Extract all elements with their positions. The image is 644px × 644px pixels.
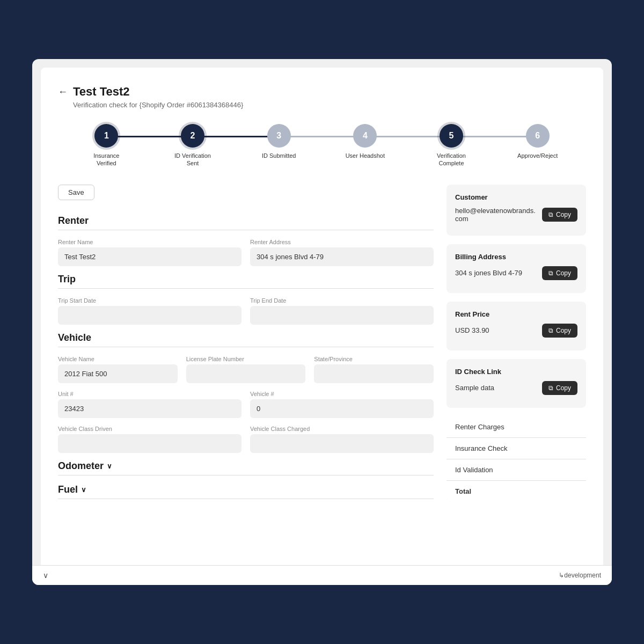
rent-price-title: Rent Price <box>455 310 577 318</box>
dev-badge: ↳development <box>559 572 601 579</box>
step-connector-2 <box>193 136 279 137</box>
odometer-section-heading[interactable]: Odometer ∨ <box>58 460 434 475</box>
fuel-section-heading[interactable]: Fuel ∨ <box>58 484 434 499</box>
odometer-chevron-icon: ∨ <box>107 462 112 470</box>
fuel-chevron-icon: ∨ <box>81 486 86 494</box>
step-label-6: Approve/Reject <box>517 152 558 159</box>
vehicle-num-group: Vehicle # <box>250 391 434 418</box>
trip-start-label: Trip Start Date <box>58 297 241 304</box>
trip-start-group: Trip Start Date <box>58 297 241 325</box>
vehicle-class-driven-input[interactable] <box>58 434 241 453</box>
trip-section-heading: Trip <box>58 274 434 289</box>
step-3: 3 ID Submitted <box>236 124 322 159</box>
trip-end-input[interactable] <box>250 306 434 325</box>
renter-address-input[interactable] <box>250 247 434 266</box>
content-area: ← Test Test2 Verification check for {Sho… <box>41 68 603 572</box>
copy-icon-rent: ⧉ <box>548 327 553 334</box>
trip-start-input[interactable] <box>58 306 241 325</box>
step-2: 2 ID Verification Sent <box>150 124 236 167</box>
id-check-card: ID Check Link Sample data ⧉ Copy <box>447 359 586 408</box>
step-circle-1: 1 <box>94 124 118 148</box>
save-button[interactable]: Save <box>58 185 94 200</box>
step-circle-6: 6 <box>526 124 550 148</box>
vehicle-plate-group: License Plate Number <box>186 356 306 383</box>
step-connector-3 <box>279 136 365 137</box>
page-subtitle: Verification check for {Shopify Order #6… <box>73 101 586 109</box>
renter-field-row: Renter Name Renter Address <box>58 239 434 266</box>
renter-name-group: Renter Name <box>58 239 241 266</box>
renter-address-label: Renter Address <box>250 239 434 245</box>
vehicle-class-charged-group: Vehicle Class Charged <box>250 426 434 453</box>
step-label-5: Verification Complete <box>430 152 473 167</box>
sidebar: Customer hello@elevatenowbrands.com ⧉ Co… <box>447 185 586 555</box>
customer-card-title: Customer <box>455 193 577 201</box>
rent-price-row: USD 33.90 ⧉ Copy <box>455 324 577 338</box>
back-button[interactable]: ← <box>58 86 68 98</box>
rent-price-copy-button[interactable]: ⧉ Copy <box>542 324 577 338</box>
id-check-row: Sample data ⧉ Copy <box>455 381 577 395</box>
page-header: ← Test Test2 <box>58 85 586 99</box>
bottom-bar: ∨ ↳development <box>32 565 612 585</box>
id-check-value: Sample data <box>455 384 538 392</box>
step-6: 6 Approve/Reject <box>494 124 581 159</box>
vehicle-plate-input[interactable] <box>186 364 306 383</box>
progress-steps: 1 Insurance Verified 2 ID Verification S… <box>58 124 586 167</box>
customer-card: Customer hello@elevatenowbrands.com ⧉ Co… <box>447 185 586 236</box>
step-connector-4 <box>365 136 451 137</box>
step-1: 1 Insurance Verified <box>63 124 150 167</box>
charges-insurance[interactable]: Insurance Check <box>447 438 586 459</box>
form-section: Save Renter Renter Name Renter Address T… <box>58 185 434 555</box>
rent-price-value: USD 33.90 <box>455 326 538 334</box>
vehicle-state-input[interactable] <box>314 364 434 383</box>
vehicle-section-heading: Vehicle <box>58 332 434 347</box>
vehicle-state-group: State/Province <box>314 356 434 383</box>
rent-price-card: Rent Price USD 33.90 ⧉ Copy <box>447 302 586 350</box>
renter-name-input[interactable] <box>58 247 241 266</box>
id-check-title: ID Check Link <box>455 368 577 376</box>
copy-icon-billing: ⧉ <box>548 269 553 277</box>
main-layout: Save Renter Renter Name Renter Address T… <box>58 185 586 555</box>
trip-end-label: Trip End Date <box>250 297 434 304</box>
copy-icon-id: ⧉ <box>548 384 553 392</box>
vehicle-class-charged-input[interactable] <box>250 434 434 453</box>
vehicle-row-1: Vehicle Name License Plate Number State/… <box>58 356 434 383</box>
vehicle-name-label: Vehicle Name <box>58 356 178 362</box>
vehicle-unit-input[interactable] <box>58 399 241 418</box>
bottom-chevron-icon[interactable]: ∨ <box>43 571 48 580</box>
vehicle-class-charged-label: Vehicle Class Charged <box>250 426 434 432</box>
vehicle-num-input[interactable] <box>250 399 434 418</box>
vehicle-class-driven-group: Vehicle Class Driven <box>58 426 241 453</box>
id-check-copy-button[interactable]: ⧉ Copy <box>542 381 577 395</box>
main-window: ← Test Test2 Verification check for {Sho… <box>32 59 612 585</box>
billing-card: Billing Address 304 s jones Blvd 4-79 ⧉ … <box>447 244 586 293</box>
vehicle-num-label: Vehicle # <box>250 391 434 397</box>
charges-card: Renter Charges Insurance Check Id Valida… <box>447 416 586 502</box>
page-title: Test Test2 <box>73 85 130 99</box>
step-4: 4 User Headshot <box>322 124 408 159</box>
trip-field-row: Trip Start Date Trip End Date <box>58 297 434 325</box>
copy-icon: ⧉ <box>548 211 553 218</box>
customer-email: hello@elevatenowbrands.com <box>455 207 538 223</box>
step-connector-1 <box>106 136 193 137</box>
step-circle-5: 5 <box>440 124 463 148</box>
vehicle-class-driven-label: Vehicle Class Driven <box>58 426 241 432</box>
renter-section-heading: Renter <box>58 215 434 230</box>
billing-address: 304 s jones Blvd 4-79 <box>455 269 538 277</box>
charges-renter[interactable]: Renter Charges <box>447 416 586 438</box>
step-circle-2: 2 <box>181 124 204 148</box>
customer-email-row: hello@elevatenowbrands.com ⧉ Copy <box>455 207 577 223</box>
charges-id-validation[interactable]: Id Validation <box>447 459 586 481</box>
billing-card-title: Billing Address <box>455 253 577 261</box>
vehicle-name-input[interactable] <box>58 364 178 383</box>
step-connector-5 <box>451 136 538 137</box>
charges-total: Total <box>447 481 586 502</box>
renter-address-group: Renter Address <box>250 239 434 266</box>
billing-copy-button[interactable]: ⧉ Copy <box>542 266 577 280</box>
step-circle-4: 4 <box>353 124 377 148</box>
customer-copy-button[interactable]: ⧉ Copy <box>542 208 577 222</box>
vehicle-row-2: Unit # Vehicle # <box>58 391 434 418</box>
vehicle-state-label: State/Province <box>314 356 434 362</box>
vehicle-row-3: Vehicle Class Driven Vehicle Class Charg… <box>58 426 434 453</box>
step-label-3: ID Submitted <box>262 152 296 159</box>
vehicle-unit-group: Unit # <box>58 391 241 418</box>
